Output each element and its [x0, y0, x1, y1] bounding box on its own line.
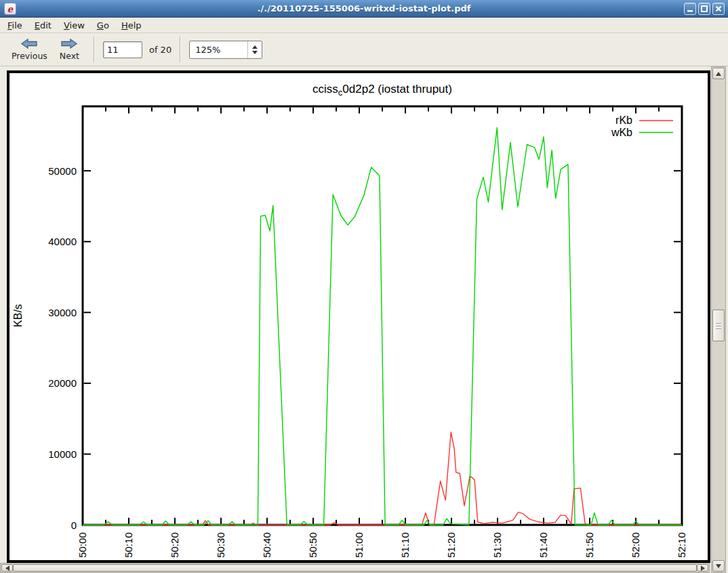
svg-text:rKb: rKb	[615, 114, 632, 126]
zoom-spinner[interactable]	[247, 41, 262, 58]
menubar: File Edit View Go Help	[0, 18, 728, 33]
menu-go[interactable]: Go	[91, 19, 115, 32]
svg-text:KB/s: KB/s	[12, 304, 24, 327]
toolbar-separator	[180, 37, 181, 62]
arrow-left-icon	[5, 566, 9, 571]
maximize-button[interactable]	[698, 3, 710, 15]
zoom-decrease-icon	[252, 51, 258, 54]
zoom-combobox[interactable]: 125%	[189, 41, 262, 59]
svg-text:50:10: 50:10	[123, 532, 134, 558]
svg-text:51:10: 51:10	[399, 532, 411, 558]
svg-text:50:30: 50:30	[215, 532, 226, 558]
maximize-icon	[700, 5, 708, 13]
svg-text:51:50: 51:50	[584, 532, 595, 558]
close-button[interactable]	[712, 3, 725, 15]
next-arrow-icon	[60, 38, 78, 49]
toolbar: Previous Next of 20 125%	[0, 33, 728, 66]
zoom-value: 125%	[190, 45, 247, 55]
svg-text:30000: 30000	[48, 307, 77, 318]
iostat-chart: 50:0050:1050:2050:3050:4050:5051:0051:10…	[9, 73, 708, 560]
previous-button[interactable]: Previous	[5, 36, 54, 63]
svg-text:wKb: wKb	[611, 127, 632, 138]
menu-view[interactable]: View	[58, 19, 91, 32]
window-controls	[684, 3, 725, 15]
window-title: ././20110725-155006-writxd-iostat-plot.p…	[0, 0, 728, 18]
scroll-right-button[interactable]	[697, 564, 708, 572]
svg-text:0: 0	[71, 519, 77, 531]
toolbar-separator	[94, 37, 95, 62]
horizontal-scrollbar[interactable]	[0, 563, 710, 573]
menu-help[interactable]: Help	[115, 19, 148, 32]
arrow-right-icon	[701, 566, 705, 571]
svg-text:ccissc0d2p2 (iostat thruput): ccissc0d2p2 (iostat thruput)	[312, 83, 452, 98]
arrow-down-icon	[716, 564, 721, 568]
titlebar[interactable]: e ././20110725-155006-writxd-iostat-plot…	[0, 0, 728, 18]
vertical-scrollbar[interactable]	[711, 66, 726, 573]
scroll-up-button[interactable]	[712, 68, 725, 79]
previous-arrow-icon	[20, 38, 38, 49]
arrow-up-icon	[716, 72, 721, 76]
svg-text:50:40: 50:40	[261, 532, 272, 558]
svg-text:51:20: 51:20	[445, 532, 457, 558]
menu-file[interactable]: File	[1, 19, 28, 32]
svg-text:50000: 50000	[48, 165, 77, 177]
minimize-icon	[686, 5, 694, 13]
next-button[interactable]: Next	[54, 36, 85, 63]
svg-text:50:50: 50:50	[307, 532, 319, 558]
scroll-down-button[interactable]	[712, 560, 725, 572]
menu-edit[interactable]: Edit	[28, 19, 58, 32]
svg-text:10000: 10000	[48, 448, 77, 460]
pdf-page: 50:0050:1050:2050:3050:4050:5051:0051:10…	[7, 70, 710, 563]
zoom-increase-icon	[252, 45, 258, 49]
svg-text:51:00: 51:00	[353, 532, 365, 558]
previous-label: Previous	[12, 51, 47, 61]
svg-text:51:30: 51:30	[491, 532, 503, 558]
horizontal-scrollbar-thumb[interactable]	[13, 564, 697, 572]
svg-text:51:40: 51:40	[538, 532, 549, 558]
page-count-label: of 20	[149, 45, 171, 55]
svg-text:40000: 40000	[48, 236, 77, 247]
vertical-scrollbar-thumb[interactable]	[712, 310, 725, 341]
svg-text:50:00: 50:00	[77, 532, 88, 558]
svg-text:52:10: 52:10	[676, 532, 687, 558]
minimize-button[interactable]	[684, 3, 696, 15]
svg-text:50:20: 50:20	[169, 532, 180, 558]
document-area: 50:0050:1050:2050:3050:4050:5051:0051:10…	[0, 66, 728, 573]
page-number-input[interactable]	[103, 41, 142, 58]
close-icon	[714, 5, 723, 13]
svg-text:20000: 20000	[48, 377, 77, 389]
svg-text:52:00: 52:00	[630, 532, 641, 558]
scroll-left-button[interactable]	[1, 564, 13, 572]
next-label: Next	[60, 51, 79, 61]
pdf-viewer-window: e ././20110725-155006-writxd-iostat-plot…	[0, 0, 728, 573]
